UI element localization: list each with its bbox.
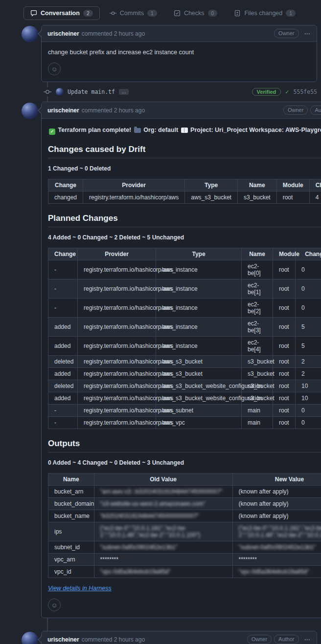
conversation-icon bbox=[30, 10, 37, 17]
table-row: addedregistry.terraform.io/hashicorp/aws… bbox=[48, 337, 321, 356]
drift-table: Change Provider Type Name Module Changes… bbox=[48, 179, 321, 204]
comment-3: urischeiner commented 2 hours ago Owner … bbox=[22, 631, 317, 644]
owner-badge: Owner bbox=[274, 29, 298, 38]
table-row: changedregistry.terraform.io/hashicorp/a… bbox=[48, 192, 321, 204]
folder-emoji-icon bbox=[134, 128, 141, 133]
comment-header: urischeiner commented 2 hours ago Owner … bbox=[42, 631, 317, 644]
tab-conversation[interactable]: Conversation 2 bbox=[23, 6, 100, 20]
comment-meta: commented 2 hours ago bbox=[82, 30, 145, 37]
tab-count: 0 bbox=[208, 10, 218, 17]
commit-sha-link[interactable]: 555fe55 bbox=[294, 88, 317, 95]
table-row: bucket_arn"arn:aws:s3:::b320240319194844… bbox=[48, 486, 321, 498]
table-row: vpc_arn**************** bbox=[48, 554, 321, 566]
redacted-value: "subnet-0af0c0902452e13b1" bbox=[100, 544, 178, 551]
tab-commits[interactable]: Commits 1 bbox=[103, 6, 164, 20]
redacted-value: "vpc-0d5a364ebcb19a85d" bbox=[100, 568, 171, 575]
check-icon: ✓ bbox=[285, 89, 289, 95]
table-row: deletedregistry.terraform.io/hashicorp/a… bbox=[48, 380, 321, 392]
add-reaction-button[interactable]: ☺ bbox=[48, 63, 61, 75]
column-header: New Value bbox=[232, 473, 321, 486]
book-emoji-icon bbox=[181, 128, 188, 133]
table-row: bucket_domain"s3-website-us-west-2.amazo… bbox=[48, 498, 321, 510]
author-badge: Author bbox=[274, 635, 298, 644]
table-row: addedregistry.terraform.io/hashicorp/aws… bbox=[48, 368, 321, 380]
column-header: Type bbox=[185, 179, 238, 192]
smiley-icon: ☺ bbox=[51, 602, 57, 608]
column-header: Type bbox=[156, 248, 242, 260]
table-row: -registry.terraform.io/hashicorp/awsaws_… bbox=[48, 299, 321, 318]
comment-body-text: change bucket prefix and increase ec2 in… bbox=[48, 49, 310, 56]
avatar[interactable] bbox=[22, 632, 38, 644]
tab-label: Commits bbox=[120, 10, 144, 17]
redacted-value: "b3202403191948447450000000007" bbox=[100, 513, 199, 519]
avatar[interactable] bbox=[22, 26, 38, 43]
table-row: -registry.terraform.io/hashicorp/awsaws_… bbox=[48, 260, 321, 279]
redacted-value: "s3-website-us-west-2.amazonaws.com" bbox=[100, 500, 206, 507]
column-header: Provider bbox=[83, 179, 185, 192]
comment-header: urischeiner commented 2 hours ago Owner … bbox=[42, 102, 321, 119]
tab-count: 1 bbox=[147, 10, 157, 17]
outputs-section-title: Outputs bbox=[48, 439, 321, 452]
commits-icon bbox=[110, 10, 116, 17]
check-mark-emoji-icon: ✓ bbox=[49, 129, 55, 135]
pr-timeline: urischeiner commented 2 hours ago Owner … bbox=[0, 25, 321, 644]
pr-tab-bar: Conversation 2 Commits 1 Checks 0 Files … bbox=[0, 0, 321, 20]
planned-changes-table: Change Provider Type Name Module Changes… bbox=[48, 248, 321, 429]
comment-1: urischeiner commented 2 hours ago Owner … bbox=[22, 25, 317, 82]
tab-label: Checks bbox=[184, 10, 205, 17]
column-header: Change bbox=[48, 248, 78, 260]
tab-label: Conversation bbox=[41, 10, 80, 17]
column-header: Name bbox=[48, 473, 94, 486]
commit-icon bbox=[43, 87, 52, 96]
comment-author[interactable]: urischeiner bbox=[47, 636, 79, 643]
comment-meta: commented 2 hours ago bbox=[82, 107, 145, 114]
column-header: Name bbox=[237, 179, 276, 192]
commit-expand-icon[interactable]: … bbox=[119, 89, 129, 95]
redacted-value: "arn:aws:s3:::b3202403191948447450000007… bbox=[100, 488, 223, 495]
plan-status-line: ✓ Terraform plan complete! Org: default … bbox=[48, 127, 321, 135]
table-row: ips{"ec2-be-0":"10.0.1.161","ec2-be-1":"… bbox=[48, 522, 321, 541]
column-header: Old Value bbox=[94, 473, 232, 486]
add-reaction-button[interactable]: ☺ bbox=[48, 599, 61, 611]
column-header: Provider bbox=[78, 248, 156, 260]
table-row: addedregistry.terraform.io/hashicorp/aws… bbox=[48, 318, 321, 337]
table-row: deletedregistry.terraform.io/hashicorp/a… bbox=[48, 356, 321, 368]
commit-avatar[interactable] bbox=[56, 88, 64, 96]
table-row: -registry.terraform.io/hashicorp/awsaws_… bbox=[48, 405, 321, 417]
owner-badge: Owner bbox=[247, 635, 272, 644]
tab-label: Files changed bbox=[244, 10, 282, 17]
table-row: -registry.terraform.io/hashicorp/awsaws_… bbox=[48, 279, 321, 299]
table-row: bucket_name"b320240319194844745000000000… bbox=[48, 510, 321, 522]
commit-event: Update main.tf … Verified ✓ 555fe55 bbox=[43, 87, 317, 96]
comment-header: urischeiner commented 2 hours ago Owner … bbox=[42, 25, 317, 42]
redacted-value: "subnet-0af0c0902452e13b1" bbox=[239, 544, 316, 551]
column-header: Changes bbox=[309, 179, 321, 192]
file-diff-icon bbox=[234, 10, 241, 17]
author-badge: Author bbox=[310, 106, 321, 115]
tab-count: 2 bbox=[83, 10, 93, 17]
outputs-table: Name Old Value New Value bucket_arn"arn:… bbox=[48, 473, 321, 578]
planned-summary: 4 Added ~ 0 Changed ~ 2 Deleted ~ 5 Unch… bbox=[48, 234, 321, 241]
kebab-menu-icon[interactable]: ⋯ bbox=[304, 636, 311, 643]
comment-meta: commented 2 hours ago bbox=[82, 636, 145, 643]
drift-summary: 1 Changed ~ 0 Deleted bbox=[48, 165, 321, 172]
view-details-link[interactable]: View details in Harness bbox=[48, 585, 112, 592]
column-header: Module bbox=[273, 248, 296, 260]
redacted-value: {"ec2-be-0":"10.0.1.161","ec2-be-1":"10.… bbox=[239, 525, 321, 538]
comment-author[interactable]: urischeiner bbox=[47, 30, 79, 37]
avatar[interactable] bbox=[22, 103, 38, 119]
commit-message-link[interactable]: Update main.tf bbox=[68, 88, 115, 95]
tab-count: 1 bbox=[286, 10, 296, 17]
verified-badge[interactable]: Verified bbox=[252, 88, 281, 96]
comment-author[interactable]: urischeiner bbox=[47, 107, 79, 114]
kebab-menu-icon[interactable]: ⋯ bbox=[304, 30, 311, 37]
table-row: vpc_id"vpc-0d5a364ebcb19a85d""vpc-0d5a36… bbox=[48, 566, 321, 578]
redacted-value: "vpc-0d5a364ebcb19a85d" bbox=[239, 568, 309, 575]
smiley-icon: ☺ bbox=[51, 66, 57, 72]
column-header: Name bbox=[242, 248, 273, 260]
tab-files-changed[interactable]: Files changed 1 bbox=[227, 6, 302, 20]
tab-checks[interactable]: Checks 0 bbox=[167, 6, 225, 20]
planned-table-scroll[interactable]: Change Provider Type Name Module Changes… bbox=[48, 248, 321, 429]
comment-2: urischeiner commented 2 hours ago Owner … bbox=[22, 102, 317, 618]
checks-icon bbox=[174, 10, 181, 17]
